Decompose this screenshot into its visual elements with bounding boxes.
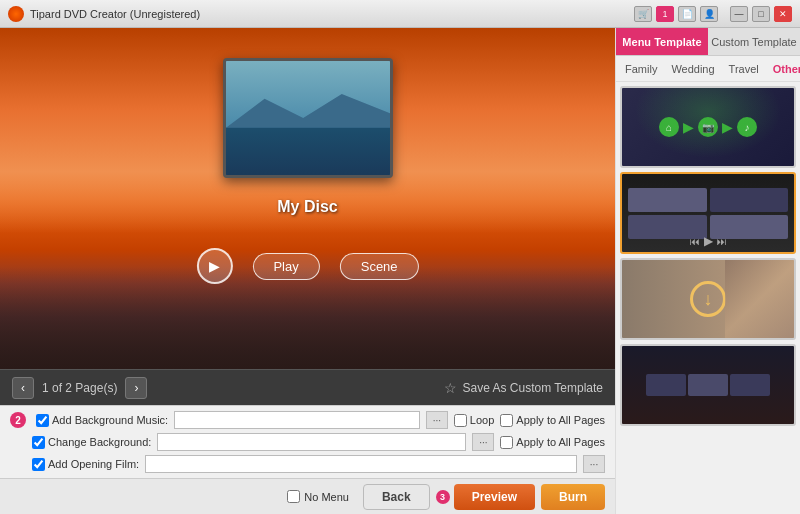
center-panel: My Disc ▶ Play Scene ‹ 1 of 2 Page(s) › … xyxy=(0,28,615,514)
apply-all-pages-label-2: Apply to All Pages xyxy=(516,436,605,448)
prev-page-button[interactable]: ‹ xyxy=(12,377,34,399)
save-template-label: Save As Custom Template xyxy=(462,381,603,395)
scene-button[interactable]: Scene xyxy=(340,253,419,280)
cat-others[interactable]: Others xyxy=(768,61,800,77)
pagination-bar: ‹ 1 of 2 Page(s) › ☆ Save As Custom Temp… xyxy=(0,369,615,405)
cat-travel[interactable]: Travel xyxy=(724,61,764,77)
titlebar-icons: 🛒 1 📄 👤 — □ ✕ xyxy=(634,6,792,22)
change-bg-label: Change Background: xyxy=(48,436,151,448)
opening-film-browse-button[interactable]: ··· xyxy=(583,455,605,473)
disc-title: My Disc xyxy=(277,198,337,216)
doc-icon[interactable]: 📄 xyxy=(678,6,696,22)
close-button[interactable]: ✕ xyxy=(774,6,792,22)
change-bg-check-label: Change Background: xyxy=(32,436,151,449)
cat-wedding[interactable]: Wedding xyxy=(666,61,719,77)
preview-button[interactable]: Preview xyxy=(454,484,535,510)
save-template-button[interactable]: ☆ Save As Custom Template xyxy=(444,380,603,396)
preview-buttons: ▶ Play Scene xyxy=(196,248,418,284)
change-bg-row: Change Background: ··· Apply to All Page… xyxy=(10,433,605,451)
apply-all-pages-check-label-2: Apply to All Pages xyxy=(500,436,605,449)
template-preview-1: ⌂ ▶ 📷 ▶ ♪ xyxy=(622,88,794,166)
opening-film-input[interactable] xyxy=(145,455,577,473)
step2-badge: 2 xyxy=(10,412,26,428)
back-button[interactable]: Back xyxy=(363,484,430,510)
loop-label: Loop xyxy=(470,414,494,426)
template-item-4[interactable] xyxy=(620,344,796,426)
preview-area: My Disc ▶ Play Scene xyxy=(0,28,615,369)
apply-all-pages-check-label-1: Apply to All Pages xyxy=(500,414,605,427)
apply-all-pages-checkbox-2[interactable] xyxy=(500,436,513,449)
home-icon: ⌂ xyxy=(659,117,679,137)
star-icon: ☆ xyxy=(444,380,457,396)
loop-checkbox[interactable] xyxy=(454,414,467,427)
app-icon xyxy=(8,6,24,22)
download-icon: ↓ xyxy=(690,281,726,317)
action-bar: No Menu Back 3 Preview Burn xyxy=(0,478,615,514)
svg-rect-4 xyxy=(226,128,390,175)
no-menu-option: No Menu xyxy=(287,490,349,503)
main-layout: My Disc ▶ Play Scene ‹ 1 of 2 Page(s) › … xyxy=(0,28,800,514)
change-bg-input[interactable] xyxy=(157,433,466,451)
bg-music-input[interactable] xyxy=(174,411,420,429)
opening-film-checkbox[interactable] xyxy=(32,458,45,471)
template-item-3[interactable]: ↓ xyxy=(620,258,796,340)
category-tabs: Family Wedding Travel Others ▶ xyxy=(616,56,800,82)
photo-icon: 📷 xyxy=(698,117,718,137)
opening-film-row: Add Opening Film: ··· xyxy=(10,455,605,473)
no-menu-checkbox[interactable] xyxy=(287,490,300,503)
app-title: Tipard DVD Creator (Unregistered) xyxy=(30,8,634,20)
menu-template-tab[interactable]: Menu Template xyxy=(616,28,708,55)
template-tabs: Menu Template Custom Template xyxy=(616,28,800,56)
thumb-cell-2 xyxy=(710,188,789,212)
template-nav-icons: ⌂ ▶ 📷 ▶ ♪ xyxy=(655,113,761,141)
bg-music-label: Add Background Music: xyxy=(52,414,168,426)
template-list: ⌂ ▶ 📷 ▶ ♪ xyxy=(616,82,800,514)
template-item-1[interactable]: ⌂ ▶ 📷 ▶ ♪ xyxy=(620,86,796,168)
step3-badge: 3 xyxy=(436,490,450,504)
change-bg-checkbox[interactable] xyxy=(32,436,45,449)
bg-music-browse-button[interactable]: ··· xyxy=(426,411,448,429)
template-preview-4 xyxy=(622,346,794,424)
bg-music-check-label: Add Background Music: xyxy=(36,414,168,427)
opening-film-label: Add Opening Film: xyxy=(48,458,139,470)
thumbnail-image xyxy=(226,61,390,175)
arrow-icon-2: ▶ xyxy=(722,119,733,135)
burn-button[interactable]: Burn xyxy=(541,484,605,510)
page-info: 1 of 2 Page(s) xyxy=(42,381,117,395)
arrow-icon-1: ▶ xyxy=(683,119,694,135)
options-bar: 2 Add Background Music: ··· Loop Apply t… xyxy=(0,405,615,478)
apply-all-pages-checkbox-1[interactable] xyxy=(500,414,513,427)
custom-template-tab[interactable]: Custom Template xyxy=(708,28,800,55)
titlebar: Tipard DVD Creator (Unregistered) 🛒 1 📄 … xyxy=(0,0,800,28)
cart-icon[interactable]: 🛒 xyxy=(634,6,652,22)
template-preview-3: ↓ xyxy=(622,260,794,338)
change-bg-browse-button[interactable]: ··· xyxy=(472,433,494,451)
template-preview-2: ⏮ ▶ ⏭ xyxy=(622,174,794,252)
maximize-button[interactable]: □ xyxy=(752,6,770,22)
opening-film-check-label: Add Opening Film: xyxy=(32,458,139,471)
svg-rect-1 xyxy=(226,128,390,175)
badge-icon[interactable]: 1 xyxy=(656,6,674,22)
right-panel: Menu Template Custom Template Family Wed… xyxy=(615,28,800,514)
thumb-cell-1 xyxy=(628,188,707,212)
person-icon[interactable]: 👤 xyxy=(700,6,718,22)
cat-family[interactable]: Family xyxy=(620,61,662,77)
bg-music-row: 2 Add Background Music: ··· Loop Apply t… xyxy=(10,411,605,429)
no-menu-label: No Menu xyxy=(304,491,349,503)
apply-all-pages-label-1: Apply to All Pages xyxy=(516,414,605,426)
bg-music-checkbox[interactable] xyxy=(36,414,49,427)
disc-thumbnail xyxy=(223,58,393,178)
loop-check-label: Loop xyxy=(454,414,494,427)
play-text-button[interactable]: Play xyxy=(252,253,319,280)
template-item-2[interactable]: ⏮ ▶ ⏭ xyxy=(620,172,796,254)
minimize-button[interactable]: — xyxy=(730,6,748,22)
music-icon: ♪ xyxy=(737,117,757,137)
play-button[interactable]: ▶ xyxy=(196,248,232,284)
next-page-button[interactable]: › xyxy=(125,377,147,399)
